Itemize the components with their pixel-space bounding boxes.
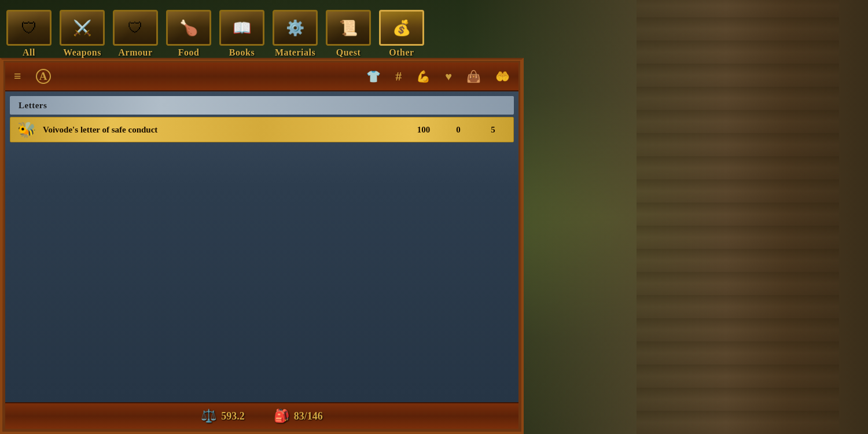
- tab-all-label: All: [23, 47, 35, 58]
- item-stat3: 5: [479, 125, 507, 135]
- weight-status: ⚖️ 593.2: [201, 409, 245, 424]
- strength-icon[interactable]: 💪: [416, 69, 431, 83]
- main-content: ≡ A 👕 # 💪 ♥ 👜 🤲 Letters 🐝: [0, 58, 524, 434]
- bag2-icon[interactable]: 🤲: [495, 69, 510, 83]
- capacity-value: 83/146: [294, 410, 323, 422]
- tab-materials-icon: ⚙️: [273, 10, 318, 46]
- hash-icon[interactable]: #: [395, 69, 402, 84]
- table-row[interactable]: 🐝 Voivode's letter of safe conduct 100 0…: [10, 117, 514, 142]
- sort-az-icon[interactable]: A: [36, 69, 51, 84]
- item-stat1: 100: [409, 125, 438, 135]
- background-tree-detail: [637, 0, 839, 434]
- tab-armour[interactable]: 🛡 Armour: [109, 10, 161, 58]
- tab-quest[interactable]: 📜 Quest: [322, 10, 374, 58]
- tab-all-icon: 🛡: [6, 10, 52, 46]
- status-bar: ⚖️ 593.2 🎒 83/146: [5, 402, 518, 429]
- capacity-status: 🎒 83/146: [274, 409, 323, 424]
- item-icon: 🐝: [16, 119, 37, 140]
- tab-food[interactable]: 🍗 Food: [163, 10, 215, 58]
- tab-other[interactable]: 💰 Other: [376, 10, 428, 58]
- tab-armour-label: Armour: [119, 47, 153, 58]
- capacity-icon: 🎒: [274, 409, 289, 424]
- tab-other-label: Other: [389, 47, 414, 58]
- category-header: Letters: [10, 96, 514, 115]
- tab-books-label: Books: [229, 47, 255, 58]
- tab-materials-label: Materials: [275, 47, 315, 58]
- bag-icon[interactable]: 👜: [466, 69, 481, 83]
- heart-icon[interactable]: ♥: [445, 70, 452, 83]
- tab-food-icon: 🍗: [166, 10, 211, 46]
- weight-icon: ⚖️: [201, 409, 216, 424]
- item-stat2: 0: [444, 125, 473, 135]
- list-area: Letters 🐝 Voivode's letter of safe condu…: [5, 91, 518, 402]
- category-tabs: 🛡 All ⚔️ Weapons 🛡 Armour 🍗 Food 📖: [0, 0, 524, 58]
- tab-books[interactable]: 📖 Books: [216, 10, 268, 58]
- tab-weapons[interactable]: ⚔️ Weapons: [56, 10, 108, 58]
- tab-other-icon: 💰: [379, 10, 424, 46]
- tab-food-label: Food: [178, 47, 200, 58]
- tab-weapons-label: Weapons: [63, 47, 101, 58]
- tab-quest-label: Quest: [336, 47, 361, 58]
- weight-value: 593.2: [221, 410, 245, 422]
- tab-all[interactable]: 🛡 All: [3, 10, 55, 58]
- tab-materials[interactable]: ⚙️ Materials: [269, 10, 321, 58]
- tab-books-icon: 📖: [219, 10, 264, 46]
- tab-armour-icon: 🛡: [113, 10, 158, 46]
- tab-quest-icon: 📜: [326, 10, 371, 46]
- filter-bar: ≡ A 👕 # 💪 ♥ 👜 🤲: [5, 62, 518, 91]
- inventory-panel: 🛡 All ⚔️ Weapons 🛡 Armour 🍗 Food 📖: [0, 0, 524, 434]
- clothing-icon[interactable]: 👕: [366, 69, 381, 83]
- main-inner: ≡ A 👕 # 💪 ♥ 👜 🤲 Letters 🐝: [3, 61, 520, 431]
- filter-icon[interactable]: ≡: [14, 69, 21, 84]
- item-name: Voivode's letter of safe conduct: [43, 125, 403, 135]
- category-header-text: Letters: [19, 101, 47, 111]
- tab-weapons-icon: ⚔️: [60, 10, 105, 46]
